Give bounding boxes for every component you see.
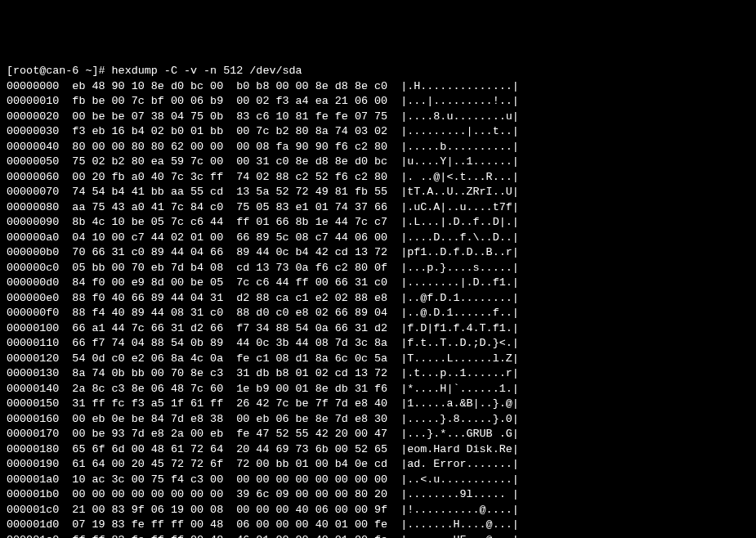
terminal-output: [root@can-6 ~]# hexdump -C -v -n 512 /de… bbox=[7, 64, 749, 538]
